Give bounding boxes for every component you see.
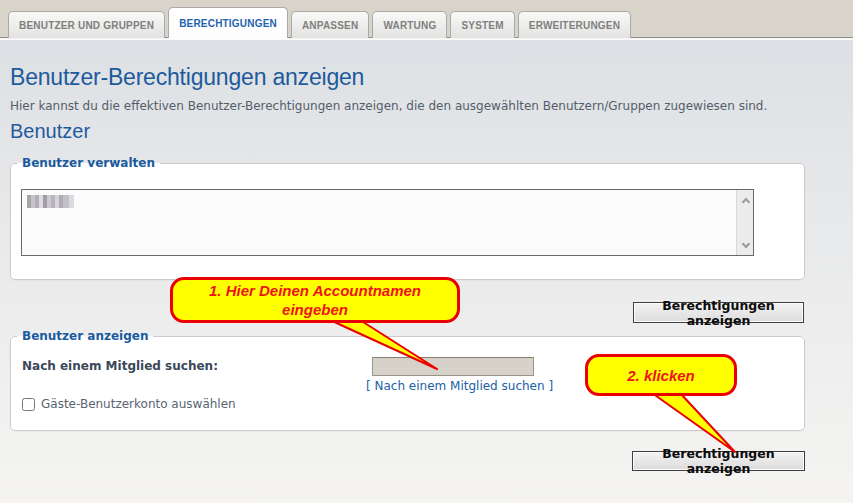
tab-anpassen[interactable]: ANPASSEN [291, 11, 369, 38]
guest-checkbox-row: Gäste-Benutzerkonto auswählen [22, 397, 236, 411]
listbox-scrollbar[interactable] [736, 190, 753, 255]
scroll-down-icon[interactable] [737, 237, 754, 253]
tab-list: BENUTZER UND GRUPPEN BERECHTIGUNGEN ANPA… [8, 7, 631, 38]
guest-checkbox-label: Gäste-Benutzerkonto auswählen [41, 397, 236, 411]
guest-account-checkbox[interactable] [22, 398, 35, 411]
annotation-step2-label: 2. klicken [627, 367, 695, 384]
tab-wartung[interactable]: WARTUNG [372, 11, 447, 38]
annotation-step1: 1. Hier Deinen Accountnamen eingeben [170, 277, 460, 323]
annotation-step1-line1: 1. Hier Deinen Accountnamen [209, 281, 421, 300]
tab-berechtigungen[interactable]: BERECHTIGUNGEN [168, 7, 288, 38]
tab-bar: BENUTZER UND GRUPPEN BERECHTIGUNGEN ANPA… [0, 0, 853, 38]
member-search-label: Nach einem Mitglied suchen: [22, 359, 218, 373]
tab-erweiterungen[interactable]: ERWEITERUNGEN [518, 11, 631, 38]
tab-system[interactable]: SYSTEM [450, 11, 514, 38]
annotation-step1-line2: eingeben [282, 300, 348, 319]
find-user-legend: Benutzer anzeigen [17, 329, 153, 343]
admin-panel-page: BENUTZER UND GRUPPEN BERECHTIGUNGEN ANPA… [0, 0, 853, 503]
page-title: Benutzer-Berechtigungen anzeigen [10, 64, 364, 91]
page-description: Hier kannst du die effektiven Benutzer-B… [10, 99, 810, 113]
show-permissions-button-top[interactable]: Berechtigungen anzeigen [633, 302, 804, 323]
annotation-step2: 2. klicken [585, 354, 737, 396]
scroll-up-icon[interactable] [737, 192, 754, 208]
selected-user-redacted [27, 195, 74, 208]
annotation-step2-arrow [642, 392, 747, 456]
section-title: Benutzer [10, 120, 90, 143]
tab-benutzer-und-gruppen[interactable]: BENUTZER UND GRUPPEN [8, 11, 165, 38]
manage-users-legend: Benutzer verwalten [17, 156, 160, 170]
user-select-listbox[interactable] [21, 189, 754, 256]
annotation-step1-arrow [320, 319, 450, 374]
find-member-link[interactable]: [ Nach einem Mitglied suchen ] [366, 379, 553, 393]
